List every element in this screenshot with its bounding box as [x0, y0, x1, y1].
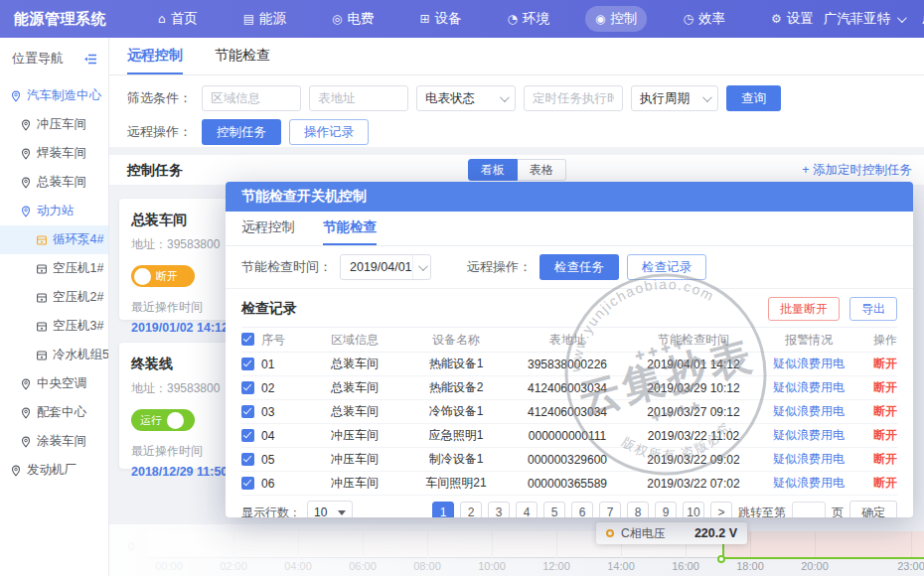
- tree-node[interactable]: 总装车间: [0, 168, 108, 197]
- app: 能源管理系统 ⌂ 首页 ▤ 能源 ◎ 电费 ⊞ 设备 ◔ 环境 ◉ 控制: [0, 0, 924, 576]
- table-row: 02 总装车间 热能设备2 412406003034 2019/03/29 10…: [241, 376, 897, 400]
- table-view-button[interactable]: 表格: [518, 159, 566, 181]
- task-time-input[interactable]: [524, 85, 623, 111]
- page-button[interactable]: 6: [571, 502, 593, 517]
- alarm-link[interactable]: 疑似浪费用电: [773, 428, 845, 442]
- page-button[interactable]: 7: [599, 502, 621, 517]
- energy-check-dialog: 节能检查开关机控制 远程控制 节能检查 节能检查时间： 2019/04/01 远…: [226, 182, 913, 517]
- jump-page-input[interactable]: [792, 502, 826, 517]
- disconnect-link[interactable]: 断开: [873, 357, 897, 370]
- page-button[interactable]: 3: [488, 502, 510, 517]
- nav-item[interactable]: ◷ 效率: [673, 6, 734, 32]
- nav-item[interactable]: ▤ 能源: [233, 6, 296, 32]
- row-checkbox[interactable]: [241, 477, 254, 490]
- tree-node[interactable]: 中央空调: [0, 369, 108, 398]
- page-button[interactable]: 8: [627, 502, 649, 517]
- control-task-button[interactable]: 控制任务: [202, 119, 281, 145]
- page-button[interactable]: 4: [516, 502, 538, 517]
- batch-disconnect-button[interactable]: 批量断开: [768, 297, 840, 321]
- tree-node[interactable]: 空压机2#: [0, 283, 108, 312]
- row-checkbox[interactable]: [241, 358, 254, 370]
- confirm-button[interactable]: 确定: [849, 501, 897, 517]
- page-button[interactable]: 1: [432, 502, 454, 517]
- meter-status-select[interactable]: 电表状态: [416, 85, 516, 111]
- nav-item[interactable]: ◉ 控制: [585, 6, 647, 32]
- check-date-select[interactable]: 2019/04/01: [340, 254, 431, 280]
- tree-node-label: 空压机1#: [53, 260, 103, 277]
- tree-node[interactable]: 发动机厂: [0, 456, 108, 485]
- tree-node[interactable]: 空压机3#: [0, 312, 108, 341]
- table-row: 01 总装车间 热能设备1 395838000226 2019/04/01 14…: [241, 353, 897, 376]
- select-all-checkbox[interactable]: [241, 333, 254, 346]
- alarm-link[interactable]: 疑似浪费用电: [773, 452, 845, 466]
- notification-bell-icon[interactable]: [920, 10, 924, 28]
- tree-node[interactable]: 动力站: [0, 197, 108, 225]
- page-button[interactable]: 9: [655, 502, 677, 517]
- sidebar: 位置导航 汽车制造中心 冲压车间: [0, 38, 109, 576]
- cell-address: 395838000226: [508, 353, 627, 376]
- row-number: 01: [261, 358, 274, 371]
- alarm-link[interactable]: 疑似浪费用电: [773, 380, 845, 394]
- dialog-tab-remote-control[interactable]: 远程控制: [241, 212, 295, 245]
- export-button[interactable]: 导出: [849, 297, 897, 321]
- power-toggle[interactable]: 运行: [131, 409, 195, 431]
- board-view-button[interactable]: 看板: [468, 159, 518, 181]
- nav-item[interactable]: ⚙ 设置: [761, 6, 824, 32]
- nav-item-icon: ◎: [332, 12, 342, 26]
- collapse-tree-icon[interactable]: [83, 53, 98, 66]
- check-task-button[interactable]: 检查任务: [539, 254, 619, 280]
- area-info-input[interactable]: [202, 85, 301, 111]
- nav-item[interactable]: ◔ 环境: [498, 6, 559, 32]
- series-line: [723, 557, 924, 559]
- tree-node[interactable]: 空压机1#: [0, 254, 108, 283]
- tree-node-label: 循环泵4#: [53, 231, 103, 248]
- next-page-button[interactable]: >: [710, 502, 732, 517]
- cell-device: 应急照明1: [404, 424, 508, 448]
- tree-node[interactable]: 冷水机组5#: [0, 341, 108, 369]
- disconnect-link[interactable]: 断开: [873, 452, 897, 466]
- exec-cycle-select[interactable]: 执行周期: [631, 85, 718, 111]
- nav-item-label: 能源: [259, 10, 286, 28]
- rows-per-page-select[interactable]: 10: [307, 501, 353, 517]
- nav-item-icon: ◔: [508, 12, 518, 26]
- tab-remote-control[interactable]: 远程控制: [127, 38, 183, 74]
- nav-item[interactable]: ⊞ 设备: [409, 6, 471, 32]
- dialog-tab-energy-check[interactable]: 节能检查: [323, 212, 377, 245]
- search-button[interactable]: 查询: [726, 85, 781, 111]
- check-record-button[interactable]: 检查记录: [627, 254, 706, 280]
- disconnect-link[interactable]: 断开: [873, 380, 897, 394]
- disconnect-link[interactable]: 断开: [873, 476, 897, 490]
- page-button[interactable]: 10: [683, 502, 704, 517]
- company-selector[interactable]: 广汽菲亚特: [824, 10, 905, 28]
- row-checkbox[interactable]: [241, 405, 254, 418]
- cell-check-time: 2019/03/22 11:02: [627, 424, 760, 448]
- tree-node[interactable]: 涂装车间: [0, 427, 108, 456]
- operation-record-button[interactable]: 操作记录: [289, 119, 369, 145]
- alarm-link[interactable]: 疑似浪费用电: [773, 476, 845, 490]
- tree-node[interactable]: 配套中心: [0, 398, 108, 427]
- add-scheduled-task-link[interactable]: + 添加定时控制任务: [802, 155, 912, 185]
- alarm-link[interactable]: 疑似浪费用电: [773, 404, 845, 418]
- tree-node[interactable]: 循环泵4#: [0, 225, 108, 254]
- toggle-label: 断开: [156, 269, 178, 284]
- page-button[interactable]: 5: [543, 502, 565, 517]
- row-checkbox[interactable]: [241, 381, 254, 394]
- row-number: 02: [261, 381, 274, 395]
- tooltip-series-name: C相电压: [621, 525, 666, 542]
- alarm-link[interactable]: 疑似浪费用电: [773, 357, 845, 370]
- disconnect-link[interactable]: 断开: [873, 404, 897, 418]
- nav-item[interactable]: ◎ 电费: [322, 6, 384, 32]
- row-number: 05: [261, 453, 274, 467]
- tree-node[interactable]: 汽车制造中心: [0, 81, 108, 110]
- tab-energy-check[interactable]: 节能检查: [215, 38, 270, 74]
- row-checkbox[interactable]: [241, 453, 254, 466]
- row-checkbox[interactable]: [241, 429, 254, 442]
- page-button[interactable]: 2: [460, 502, 482, 517]
- disconnect-link[interactable]: 断开: [873, 428, 897, 442]
- cell-area: 冲压车间: [305, 472, 404, 496]
- tree-node[interactable]: 焊装车间: [0, 139, 108, 168]
- nav-item[interactable]: ⌂ 首页: [148, 6, 208, 32]
- tree-node[interactable]: 冲压车间: [0, 110, 108, 139]
- meter-address-input[interactable]: [309, 85, 408, 111]
- power-toggle[interactable]: 断开: [131, 265, 195, 287]
